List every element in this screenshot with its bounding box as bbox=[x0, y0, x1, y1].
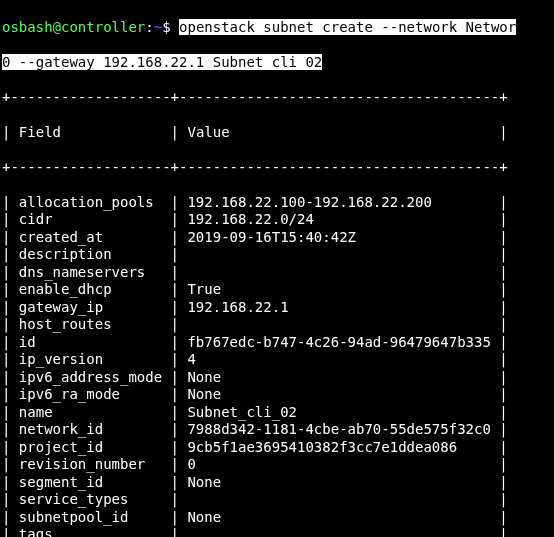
prompt-dollar: $ bbox=[162, 19, 179, 35]
terminal-window[interactable]: osbash@controller:~$ openstack subnet cr… bbox=[0, 0, 554, 537]
table-row: | enable_dhcp | True | bbox=[2, 281, 552, 299]
table-header-field: Field bbox=[19, 124, 61, 140]
table-row: | description | | bbox=[2, 246, 552, 264]
prompt-line-2: 0 --gateway 192.168.22.1 Subnet_cli_02 bbox=[2, 54, 552, 72]
typed-command-line-1: openstack subnet create --network Networ bbox=[179, 19, 516, 35]
table-row: | network_id | 7988d342-1181-4cbe-ab70-5… bbox=[2, 421, 552, 439]
table-header-value: Value bbox=[187, 124, 229, 140]
table-row: | revision_number | 0 | bbox=[2, 456, 552, 474]
table-row: | ipv6_ra_mode | None | bbox=[2, 386, 552, 404]
table-row: | id | fb767edc-b747-4c26-94ad-96479647b… bbox=[2, 334, 552, 352]
table-row: | dns_nameservers | | bbox=[2, 264, 552, 282]
table-row: | gateway_ip | 192.168.22.1 | bbox=[2, 299, 552, 317]
table-row: | tags | | bbox=[2, 526, 552, 537]
table-row: | created_at | 2019-09-16T15:40:42Z | bbox=[2, 229, 552, 247]
typed-command-line-2: 0 --gateway 192.168.22.1 Subnet_cli_02 bbox=[2, 54, 322, 70]
table-row: | service_types | | bbox=[2, 491, 552, 509]
table-header-row: | Field | Value | bbox=[2, 124, 552, 142]
table-row: | ipv6_address_mode | None | bbox=[2, 369, 552, 387]
table-row: | segment_id | None | bbox=[2, 474, 552, 492]
table-border-mid: +-------------------+-------------------… bbox=[2, 159, 552, 177]
table-row: | cidr | 192.168.22.0/24 | bbox=[2, 211, 552, 229]
table-body: | allocation_pools | 192.168.22.100-192.… bbox=[2, 194, 552, 538]
prompt-colon: : bbox=[145, 19, 153, 35]
prompt-user-host: osbash@controller bbox=[2, 19, 145, 35]
table-row: | project_id | 9cb5f1ae3695410382f3cc7e1… bbox=[2, 439, 552, 457]
table-row: | ip_version | 4 | bbox=[2, 351, 552, 369]
prompt-path: ~ bbox=[154, 19, 162, 35]
table-border-top: +-------------------+-------------------… bbox=[2, 89, 552, 107]
table-row: | subnetpool_id | None | bbox=[2, 509, 552, 527]
table-row: | name | Subnet_cli_02 | bbox=[2, 404, 552, 422]
table-row: | host_routes | | bbox=[2, 316, 552, 334]
prompt-line-1: osbash@controller:~$ openstack subnet cr… bbox=[2, 19, 552, 37]
table-row: | allocation_pools | 192.168.22.100-192.… bbox=[2, 194, 552, 212]
